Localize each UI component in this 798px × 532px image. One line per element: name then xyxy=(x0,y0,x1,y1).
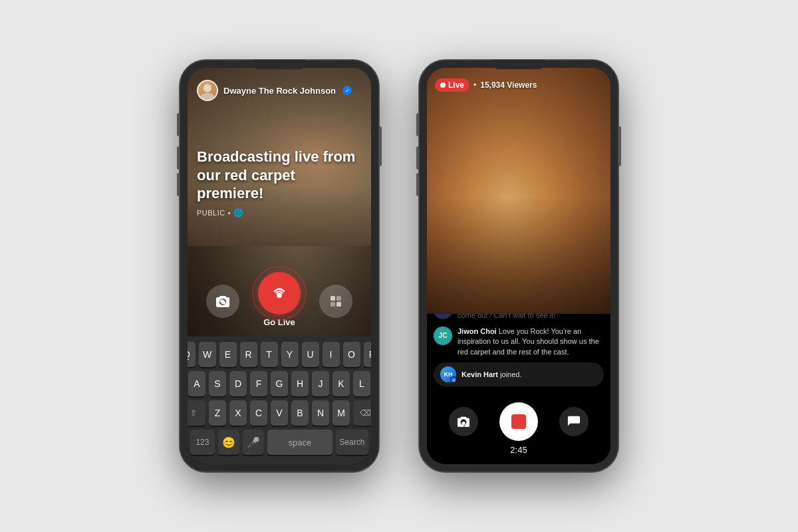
keyboard-row-3: ⇧ Z X C V B N M ⌫ xyxy=(190,400,368,426)
key-123[interactable]: 123 xyxy=(190,430,215,455)
left-phone-notch xyxy=(253,60,306,69)
join-avatar: KH ✓ xyxy=(440,366,456,382)
go-live-controls: Go Live xyxy=(188,259,371,336)
phones-container: Dwayne The Rock Johnson ✓ Broadcasting l… xyxy=(180,60,618,472)
right-control-row xyxy=(449,402,589,441)
key-microphone[interactable]: 🎤 xyxy=(243,430,264,455)
key-a[interactable]: A xyxy=(188,371,205,396)
live-bar: Live • 15,934 Viewers xyxy=(427,68,610,97)
comment-avatar-2: JC xyxy=(434,327,452,345)
key-n[interactable]: N xyxy=(312,400,329,426)
stop-icon xyxy=(511,414,526,429)
svg-rect-6 xyxy=(336,302,341,307)
key-b[interactable]: B xyxy=(291,400,309,426)
svg-rect-4 xyxy=(336,296,341,301)
effects-button[interactable] xyxy=(319,285,352,318)
keyboard-row-1: Q W E R T Y U I O P xyxy=(190,342,368,367)
key-s[interactable]: S xyxy=(209,371,226,396)
right-phone-notch xyxy=(492,60,545,69)
live-timer: 2:45 xyxy=(510,445,527,455)
comment-text-2: Jiwon Choi Love you Rock! You're an insp… xyxy=(458,327,604,357)
comment-item-2: JC Jiwon Choi Love you Rock! You're an i… xyxy=(434,327,604,357)
privacy-separator: • xyxy=(228,209,231,217)
stop-record-button[interactable] xyxy=(499,402,538,441)
globe-icon: 🌐 xyxy=(233,208,244,217)
key-e[interactable]: E xyxy=(219,342,237,367)
left-phone-screen: Dwayne The Rock Johnson ✓ Broadcasting l… xyxy=(188,68,371,464)
key-d[interactable]: D xyxy=(229,371,247,396)
right-bg-gradient xyxy=(427,68,610,325)
key-v[interactable]: V xyxy=(271,400,288,426)
key-emoji[interactable]: 😊 xyxy=(218,430,239,455)
separator-dot: • xyxy=(473,80,476,90)
key-u[interactable]: U xyxy=(302,342,319,367)
key-space[interactable]: space xyxy=(267,430,332,455)
join-notification: KH ✓ Kevin Hart joined. xyxy=(434,362,604,386)
live-badge: Live xyxy=(435,78,469,92)
join-action: joined. xyxy=(500,370,521,378)
key-k[interactable]: K xyxy=(332,371,350,396)
privacy-label: PUBLIC xyxy=(197,209,225,217)
keyboard: Q W E R T Y U I O P A S D xyxy=(188,336,371,464)
key-x[interactable]: X xyxy=(229,400,247,426)
svg-point-1 xyxy=(201,93,215,102)
go-live-wrapper: Go Live xyxy=(258,272,301,330)
live-indicator-dot xyxy=(440,82,446,88)
left-phone: Dwayne The Rock Johnson ✓ Broadcasting l… xyxy=(180,60,379,472)
camera-flip-button[interactable] xyxy=(206,285,239,318)
key-z[interactable]: Z xyxy=(209,400,226,426)
svg-rect-5 xyxy=(331,302,335,307)
user-avatar xyxy=(197,80,218,101)
join-text: Kevin Hart joined. xyxy=(462,370,522,378)
user-name: Dwayne The Rock Johnson xyxy=(223,86,336,96)
right-camera-flip-button[interactable] xyxy=(449,407,478,436)
comment-author-2: Jiwon Choi xyxy=(458,327,497,335)
svg-point-2 xyxy=(277,293,282,298)
key-o[interactable]: O xyxy=(343,342,360,367)
key-search[interactable]: Search xyxy=(336,430,368,455)
join-name: Kevin Hart xyxy=(462,370,498,378)
right-bottom-controls: 2:45 xyxy=(427,396,610,464)
key-h[interactable]: H xyxy=(291,371,309,396)
svg-point-0 xyxy=(203,84,211,92)
left-content: Dwayne The Rock Johnson ✓ Broadcasting l… xyxy=(188,68,371,464)
right-phone-screen: Live • 15,934 Viewers VL Vadim Lavrusik … xyxy=(427,68,610,464)
go-live-button[interactable] xyxy=(258,272,301,315)
key-w[interactable]: W xyxy=(199,342,216,367)
broadcast-privacy: PUBLIC • 🌐 xyxy=(197,208,362,217)
svg-point-7 xyxy=(462,422,465,425)
key-q[interactable]: Q xyxy=(188,342,196,367)
svg-rect-3 xyxy=(331,296,335,301)
key-j[interactable]: J xyxy=(312,371,329,396)
key-shift[interactable]: ⇧ xyxy=(188,400,205,426)
key-backspace[interactable]: ⌫ xyxy=(353,400,371,426)
verified-badge: ✓ xyxy=(342,86,352,95)
left-header: Dwayne The Rock Johnson ✓ xyxy=(188,68,371,108)
key-l[interactable]: L xyxy=(353,371,370,396)
right-chat-button[interactable] xyxy=(559,407,589,436)
keyboard-row-4: 123 😊 🎤 space Search xyxy=(190,430,368,455)
viewer-count: 15,934 Viewers xyxy=(480,80,537,90)
key-m[interactable]: M xyxy=(332,400,350,426)
key-g[interactable]: G xyxy=(271,371,288,396)
broadcast-text-area: Broadcasting live from our red carpet pr… xyxy=(188,108,371,259)
live-label: Live xyxy=(448,80,464,90)
key-y[interactable]: Y xyxy=(281,342,299,367)
key-f[interactable]: F xyxy=(250,371,267,396)
right-phone: Live • 15,934 Viewers VL Vadim Lavrusik … xyxy=(419,60,618,472)
key-t[interactable]: T xyxy=(261,342,278,367)
key-i[interactable]: I xyxy=(323,342,340,367)
join-avatar-verified: ✓ xyxy=(450,376,457,383)
key-p[interactable]: P xyxy=(364,342,372,367)
keyboard-row-2: A S D F G H J K L xyxy=(190,371,368,396)
broadcast-title: Broadcasting live from our red carpet pr… xyxy=(197,148,362,203)
key-r[interactable]: R xyxy=(240,342,257,367)
key-c[interactable]: C xyxy=(250,400,267,426)
